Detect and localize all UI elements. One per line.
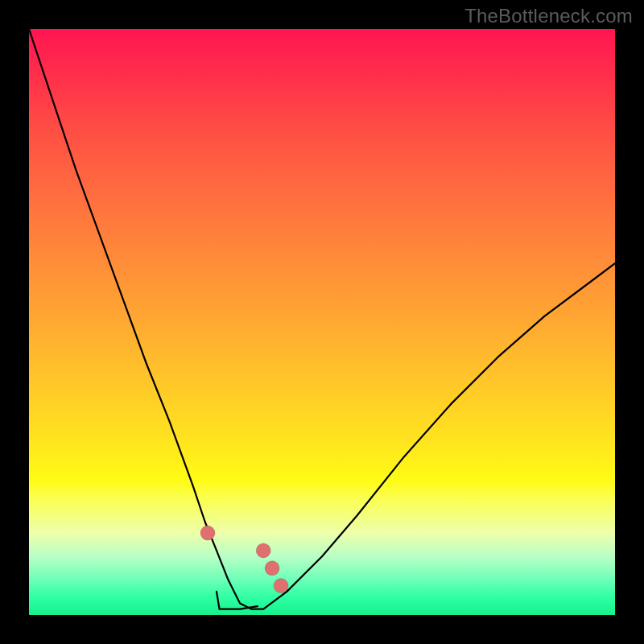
right-dot-2 [265, 561, 279, 576]
right-dot-3 [274, 579, 288, 593]
chart-frame: TheBottleneck.com [0, 0, 644, 644]
plot-area [29, 29, 615, 615]
valley-marker-segment [217, 592, 258, 609]
left-upper-dot [200, 526, 215, 540]
right-dot-1 [256, 543, 270, 558]
bottleneck-curve [29, 29, 615, 609]
marker-dots [200, 526, 288, 593]
chart-svg [29, 29, 615, 615]
watermark-text: TheBottleneck.com [464, 5, 633, 27]
